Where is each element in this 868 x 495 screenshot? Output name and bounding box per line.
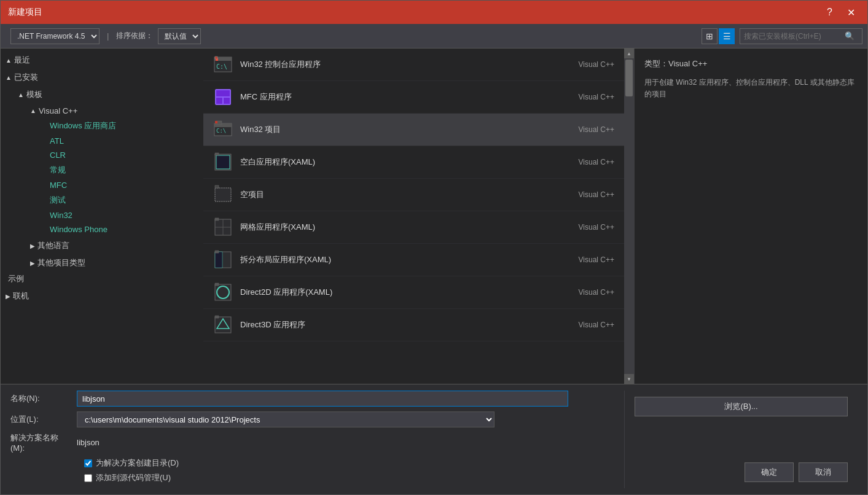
framework-select[interactable]: .NET Framework 4.5	[10, 28, 100, 44]
sidebar-item-win32[interactable]: Win32	[45, 208, 203, 222]
sidebar-recent[interactable]: ▲ 最近	[1, 51, 203, 68]
name-input[interactable]	[77, 391, 568, 407]
sidebar-item-general[interactable]: 常规	[45, 162, 203, 178]
template-lang-blank-xaml: Visual C++	[565, 158, 614, 166]
visualcpp-label: Visual C++	[39, 106, 77, 115]
template-name-direct2d: Direct2D 应用程序(XAML)	[240, 287, 558, 298]
template-name-win32-project: Win32 项目	[240, 124, 558, 135]
sidebar-other-project-types-header[interactable]: ▶ 其他项目类型	[25, 254, 203, 271]
template-item-win32-project[interactable]: C:\ Win32 项目 Visual C++	[203, 114, 624, 146]
template-item-split-xaml[interactable]: 拆分布局应用程序(XAML) Visual C++	[203, 244, 624, 276]
sidebar-item-clr[interactable]: CLR	[45, 148, 203, 162]
help-button[interactable]: ?	[822, 6, 837, 19]
grid-xaml-icon	[213, 217, 233, 237]
checkbox-create-dir-row: 为解决方案创建目录(D)	[84, 458, 624, 469]
sidebar-online[interactable]: ▶ 联机	[1, 287, 203, 304]
sidebar-installed[interactable]: ▲ 已安装	[1, 68, 203, 85]
template-lang-empty-project: Visual C++	[565, 190, 614, 199]
name-row: 名称(N):	[10, 391, 624, 407]
scroll-up-arrow[interactable]: ▲	[624, 49, 634, 58]
svg-text:C:\: C:\	[216, 128, 226, 134]
view-buttons: ⊞ ☰	[702, 28, 735, 44]
sidebar: ▲ 最近 ▲ 已安装 ▲ 模板 ▲ Visual C++	[1, 49, 203, 384]
sidebar-item-atl[interactable]: ATL	[45, 134, 203, 148]
mfc-icon	[213, 87, 233, 107]
close-button[interactable]: ✕	[842, 6, 860, 20]
template-item-grid-xaml[interactable]: 网格应用程序(XAML) Visual C++	[203, 211, 624, 244]
location-select[interactable]: c:\users\m\documents\visual studio 2012\…	[77, 411, 495, 427]
search-icon: 🔍	[845, 31, 854, 41]
template-item-blank-xaml[interactable]: 空白应用程序(XAML) Visual C++	[203, 146, 624, 179]
sidebar-item-test[interactable]: 测试	[45, 192, 203, 208]
sidebar-item-windows-store[interactable]: Windows 应用商店	[45, 118, 203, 134]
search-input[interactable]	[744, 32, 842, 41]
template-lang-split-xaml: Visual C++	[565, 255, 614, 264]
list-with-scroll: C:\ Win32 控制台应用程序 Visual C++	[203, 49, 634, 384]
create-dir-checkbox[interactable]	[84, 459, 92, 467]
view-list-button[interactable]: ☰	[719, 28, 735, 44]
sidebar-visualcpp[interactable]: ▲ Visual C++	[25, 103, 203, 118]
bottom-left: 名称(N): 位置(L): c:\users\m\documents\visua…	[10, 391, 624, 488]
template-item-win32-console[interactable]: C:\ Win32 控制台应用程序 Visual C++	[203, 49, 624, 81]
empty-project-icon	[213, 185, 233, 205]
template-name-direct3d: Direct3D 应用程序	[240, 319, 558, 330]
name-label: 名称(N):	[10, 393, 72, 404]
template-item-direct3d[interactable]: Direct3D 应用程序 Visual C++	[203, 309, 624, 341]
svg-rect-18	[215, 185, 219, 188]
svg-rect-15	[216, 155, 230, 169]
installed-label: 已安装	[14, 72, 38, 83]
scroll-down-arrow[interactable]: ▼	[624, 374, 634, 384]
bottom-right-buttons-area: 浏览(B)... 确定 取消	[624, 391, 858, 488]
blank-xaml-icon	[213, 152, 233, 172]
svg-rect-22	[215, 218, 219, 220]
svg-text:C:\: C:\	[216, 63, 227, 70]
sidebar-other-languages-header[interactable]: ▶ 其他语言	[25, 236, 203, 254]
sort-label: 排序依据：	[116, 31, 153, 41]
template-item-empty-project[interactable]: 空项目 Visual C++	[203, 179, 624, 211]
svg-rect-13	[215, 121, 217, 123]
sidebar-item-windows-phone[interactable]: Windows Phone	[45, 222, 203, 236]
template-name-blank-xaml: 空白应用程序(XAML)	[240, 157, 558, 168]
template-list-scrollbar[interactable]: ▲ ▼	[624, 49, 634, 384]
template-item-mfc[interactable]: MFC 应用程序 Visual C++	[203, 81, 624, 114]
template-name-grid-xaml: 网格应用程序(XAML)	[240, 222, 558, 233]
location-label: 位置(L):	[10, 414, 72, 425]
sidebar-templates[interactable]: ▲ 模板	[13, 85, 203, 103]
template-lang-direct3d: Visual C++	[565, 321, 614, 329]
sidebar-examples[interactable]: 示例	[1, 271, 203, 287]
template-lang-grid-xaml: Visual C++	[565, 223, 614, 232]
ok-button[interactable]: 确定	[745, 462, 794, 482]
sidebar-item-mfc[interactable]: MFC	[45, 178, 203, 192]
ok-cancel-buttons: 确定 取消	[635, 462, 848, 482]
type-description: 用于创建 Win32 应用程序、控制台应用程序、DLL 或其他静态库的项目	[644, 77, 858, 100]
browse-button[interactable]: 浏览(B)...	[635, 397, 848, 416]
sort-select[interactable]: 默认值	[158, 28, 201, 44]
svg-rect-6	[216, 90, 230, 96]
location-row: 位置(L): c:\users\m\documents\visual studi…	[10, 411, 624, 427]
svg-rect-25	[215, 251, 219, 253]
template-lang-direct2d: Visual C++	[565, 288, 614, 297]
title-bar-buttons: ? ✕	[822, 6, 860, 20]
view-grid-button[interactable]: ⊞	[702, 28, 717, 44]
main-content: ▲ 最近 ▲ 已安装 ▲ 模板 ▲ Visual C++	[1, 49, 867, 384]
template-list-panel: C:\ Win32 控制台应用程序 Visual C++	[203, 49, 634, 384]
other-proj-triangle-icon: ▶	[30, 260, 35, 267]
scroll-thumb[interactable]	[625, 60, 633, 96]
online-triangle-icon: ▶	[6, 293, 10, 300]
svg-rect-31	[215, 316, 219, 318]
sidebar-other-languages: ▶ 其他语言	[13, 236, 203, 254]
cancel-button[interactable]: 取消	[799, 462, 848, 482]
split-xaml-icon	[213, 250, 233, 270]
installed-triangle-icon: ▲	[6, 74, 12, 81]
checkbox-source-control-row: 添加到源代码管理(U)	[84, 472, 624, 483]
template-item-direct2d[interactable]: Direct2D 应用程序(XAML) Visual C++	[203, 276, 624, 309]
other-project-types-label: 其他项目类型	[37, 257, 85, 268]
new-project-dialog: 新建项目 ? ✕ .NET Framework 4.5 | 排序依据： 默认值 …	[0, 0, 868, 495]
source-control-checkbox[interactable]	[84, 474, 92, 482]
win32-console-icon: C:\	[213, 55, 233, 74]
svg-rect-17	[215, 188, 231, 201]
visualcpp-triangle-icon: ▲	[30, 107, 36, 114]
svg-rect-16	[215, 153, 219, 155]
sidebar-templates-group: ▲ 模板 ▲ Visual C++ Windows 应用商店 ATL	[1, 85, 203, 271]
source-control-label: 添加到源代码管理(U)	[96, 472, 171, 483]
